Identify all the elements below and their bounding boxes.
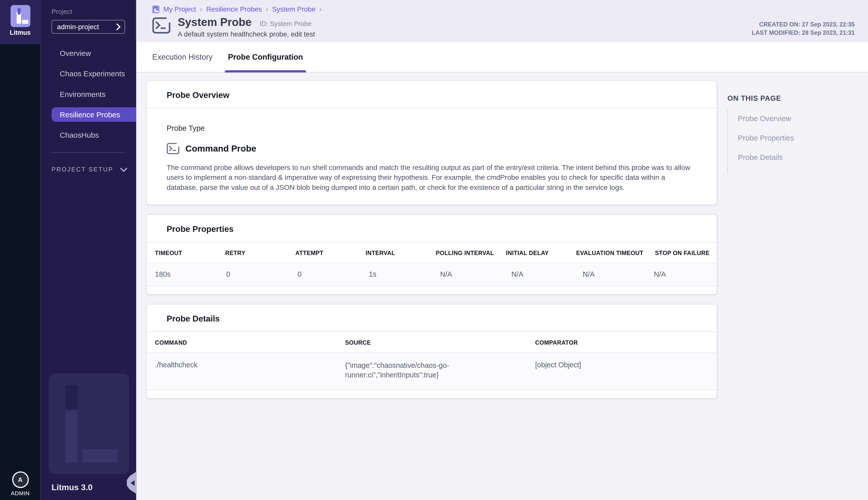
litmus-breadcrumb-icon (152, 5, 159, 13)
breadcrumb-link-resilience-probes[interactable]: Resilience Probes (206, 5, 262, 13)
tab-execution-history[interactable]: Execution History (149, 42, 216, 72)
source-value: {"image":"chaosnative/chaos-go-runner:ci… (337, 353, 527, 389)
on-this-page-panel: ON THIS PAGE Probe Overview Probe Proper… (728, 81, 866, 174)
column-header: INITIAL DELAY (498, 242, 568, 263)
toc-link-probe-properties[interactable]: Probe Properties (738, 134, 866, 142)
sidebar-item-chaoshubs[interactable]: ChaosHubs (40, 128, 136, 142)
litmus-watermark (49, 373, 129, 474)
left-rail: Litmus A ADMIN (0, 0, 40, 500)
sidebar-item-label: Chaos Experiments (60, 69, 125, 78)
on-this-page-links: Probe Overview Probe Properties Probe De… (728, 109, 866, 174)
sidebar-item-environments[interactable]: Environments (40, 87, 136, 101)
attempt-value: 0 (289, 263, 360, 285)
tab-label: Probe Configuration (228, 53, 303, 61)
litmus-logo-label: Litmus (10, 29, 31, 36)
evaluation-timeout-value: N/A (574, 263, 645, 285)
card-heading: Probe Details (147, 304, 717, 332)
watermark-shape (65, 411, 77, 463)
column-header: COMMAND (147, 332, 337, 352)
litmus-logo-icon (10, 5, 30, 27)
probe-type-name: Command Probe (185, 144, 256, 154)
column-header: SOURCE (337, 332, 527, 352)
stop-on-failure-value: N/A (645, 263, 717, 285)
sidebar-item-resilience-probes[interactable]: Resilience Probes (52, 107, 136, 122)
collapse-arrow-icon (131, 480, 135, 486)
breadcrumb-separator: › (319, 5, 322, 13)
probe-subtitle: A default system healthcheck probe, edit… (178, 31, 315, 38)
sidebar-item-overview[interactable]: Overview (40, 46, 136, 60)
sidebar-item-label: Overview (60, 49, 91, 57)
cards-column: Probe Overview Probe Type Command Probe … (147, 81, 717, 408)
properties-header-row: TIMEOUT RETRY ATTEMPT INTERVAL POLLING I… (147, 242, 717, 264)
probe-type-description: The command probe allows developers to r… (167, 163, 697, 193)
timeout-value: 180s (147, 263, 218, 285)
probe-type-label: Probe Type (167, 124, 697, 132)
card-heading: Probe Properties (147, 215, 717, 242)
breadcrumb-link-system-probe[interactable]: System Probe (272, 5, 316, 13)
column-header: COMPARATOR (527, 332, 717, 352)
column-header: STOP ON FAILURE (646, 242, 717, 263)
admin-profile[interactable]: A ADMIN (0, 471, 40, 496)
sidebar-item-label: Environments (60, 90, 105, 98)
source-json: {"image":"chaosnative/chaos-go-runner:ci… (345, 361, 462, 380)
project-selector[interactable]: admin-project (52, 20, 125, 34)
terminal-icon (152, 17, 170, 34)
breadcrumb-separator: › (266, 5, 268, 13)
terminal-icon (167, 143, 180, 154)
project-label: Project (52, 8, 136, 15)
project-name: admin-project (57, 23, 99, 31)
column-header: ATTEMPT (287, 242, 358, 263)
watermark-shape (65, 385, 77, 409)
sidebar-item-chaos-experiments[interactable]: Chaos Experiments (40, 67, 136, 81)
created-on: CREATED ON: 27 Sep 2023, 22:35 (752, 20, 855, 29)
toc-link-probe-overview[interactable]: Probe Overview (738, 115, 866, 123)
sidebar-nav: Overview Chaos Experiments Environments … (40, 46, 136, 142)
properties-value-row: 180s 0 0 1s N/A N/A N/A N/A (147, 263, 717, 286)
probe-id-label: ID: System Probe (259, 20, 312, 28)
page-title: System Probe (178, 16, 251, 28)
details-value-row: ./healthcheck {"image":"chaosnative/chao… (147, 353, 717, 390)
polling-interval-value: N/A (432, 263, 503, 285)
title-block: System Probe ID: System Probe A default … (178, 16, 315, 38)
toc-link-probe-details[interactable]: Probe Details (738, 153, 866, 162)
column-header: POLLING INTERVAL (427, 242, 498, 263)
retry-value: 0 (218, 263, 289, 285)
tab-probe-configuration[interactable]: Probe Configuration (225, 42, 306, 72)
column-header: EVALUATION TIMEOUT (568, 242, 646, 263)
chevron-down-icon (120, 165, 127, 172)
tab-label: Execution History (152, 53, 212, 61)
avatar: A (12, 471, 29, 488)
probe-overview-body: Probe Type Command Probe The command pro… (147, 109, 717, 205)
project-setup-toggle[interactable]: PROJECT SETUP (52, 166, 136, 172)
on-this-page-heading: ON THIS PAGE (728, 94, 866, 102)
interval-value: 1s (360, 263, 432, 285)
card-footer-spacer (147, 286, 717, 294)
breadcrumb: My Project › Resilience Probes › System … (152, 0, 868, 13)
litmus-logo[interactable]: Litmus (0, 0, 40, 44)
column-header: RETRY (217, 242, 287, 263)
details-header-row: COMMAND SOURCE COMPARATOR (147, 332, 717, 353)
breadcrumb-link-my-project[interactable]: My Project (163, 5, 196, 13)
project-setup-label: PROJECT SETUP (52, 166, 113, 172)
chevron-right-icon (114, 23, 121, 31)
probe-meta: CREATED ON: 27 Sep 2023, 22:35 LAST MODI… (752, 20, 855, 36)
version-label: Litmus 3.0 (52, 482, 92, 492)
column-header: INTERVAL (357, 242, 427, 263)
comparator-value: [object Object] (527, 353, 717, 389)
probe-properties-card: Probe Properties TIMEOUT RETRY ATTEMPT I… (147, 215, 717, 294)
probe-type-row: Command Probe (167, 143, 697, 154)
breadcrumb-separator: › (200, 5, 202, 13)
admin-label: ADMIN (11, 490, 30, 496)
command-value: ./healthcheck (147, 353, 337, 389)
sidebar-item-label: ChaosHubs (60, 131, 99, 139)
litmus-app: Litmus A ADMIN Project admin-project Ove… (0, 0, 868, 500)
page-header: My Project › Resilience Probes › System … (136, 0, 868, 42)
card-footer-spacer (147, 390, 717, 398)
probe-overview-card: Probe Overview Probe Type Command Probe … (147, 81, 717, 205)
probe-details-card: Probe Details COMMAND SOURCE COMPARATOR … (147, 304, 717, 399)
card-heading: Probe Overview (147, 81, 717, 109)
sidebar-divider (52, 152, 124, 152)
watermark-shape (82, 450, 117, 463)
sidebar: Project admin-project Overview Chaos Exp… (40, 0, 136, 500)
sidebar-item-label: Resilience Probes (60, 110, 120, 118)
